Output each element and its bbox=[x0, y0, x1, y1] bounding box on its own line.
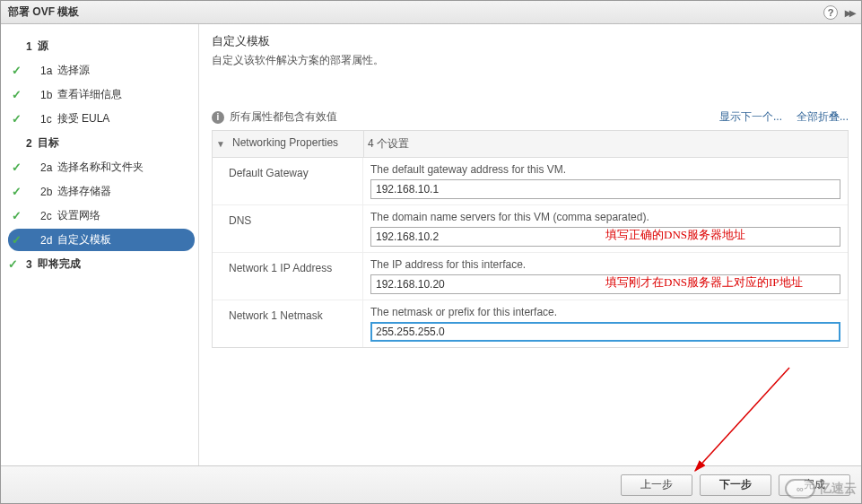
watermark-icon: ∞ bbox=[785, 479, 815, 499]
help-icon[interactable]: ? bbox=[823, 5, 838, 20]
row-netmask: Network 1 Netmask The netmask or prefix … bbox=[213, 300, 848, 347]
desc-ip-address: The IP address for this interface. bbox=[370, 258, 840, 271]
properties-grid: ▼ Networking Properties 4 个设置 Default Ga… bbox=[212, 130, 849, 348]
nav-item-select-name[interactable]: ✓ 2a 选择名称和文件夹 bbox=[8, 156, 195, 178]
info-bar: i 所有属性都包含有效值 显示下一个... 全部折叠... bbox=[212, 109, 849, 125]
check-icon: ✓ bbox=[12, 112, 22, 126]
check-icon: ✓ bbox=[12, 64, 22, 77]
input-netmask[interactable] bbox=[370, 322, 840, 342]
collapse-all-link[interactable]: 全部折叠... bbox=[797, 109, 849, 125]
row-default-gateway: Default Gateway The default gateway addr… bbox=[213, 158, 848, 205]
check-icon: ✓ bbox=[12, 161, 22, 174]
input-default-gateway[interactable] bbox=[370, 179, 840, 199]
nav-item-customize-template[interactable]: ✓ 2d 自定义模板 bbox=[8, 229, 195, 251]
nav-section-destination[interactable]: 2 目标 bbox=[8, 132, 195, 154]
check-icon: ✓ bbox=[12, 185, 22, 198]
desc-dns: The domain name servers for this VM (com… bbox=[370, 211, 840, 223]
caret-down-icon[interactable]: ▼ bbox=[213, 131, 229, 157]
label-dns: DNS bbox=[213, 205, 363, 252]
grid-group-header[interactable]: ▼ Networking Properties 4 个设置 bbox=[213, 131, 848, 158]
content-subtitle: 自定义该软件解决方案的部署属性。 bbox=[212, 53, 849, 68]
check-icon: ✓ bbox=[12, 88, 22, 101]
content-panel: 自定义模板 自定义该软件解决方案的部署属性。 i 所有属性都包含有效值 显示下一… bbox=[198, 24, 861, 465]
show-next-link[interactable]: 显示下一个... bbox=[719, 109, 782, 125]
content-title: 自定义模板 bbox=[212, 33, 849, 49]
nav-section-source[interactable]: 1 源 bbox=[8, 35, 195, 57]
back-button[interactable]: 上一步 bbox=[621, 474, 692, 496]
next-button[interactable]: 下一步 bbox=[700, 474, 771, 496]
label-default-gateway: Default Gateway bbox=[213, 158, 363, 204]
wizard-sidebar: 1 源 ✓ 1a 选择源 ✓ 1b 查看详细信息 ✓ 1c 接受 EULA 2 … bbox=[1, 24, 198, 465]
label-ip-address: Network 1 IP Address bbox=[213, 253, 363, 300]
nav-item-select-source[interactable]: ✓ 1a 选择源 bbox=[8, 59, 195, 82]
input-ip-address[interactable] bbox=[370, 274, 840, 294]
footer-bar: 上一步 下一步 完成 bbox=[1, 465, 861, 503]
input-dns[interactable] bbox=[370, 227, 840, 247]
group-count: 4 个设置 bbox=[363, 131, 848, 157]
expand-icon[interactable]: ▸▸ bbox=[845, 5, 854, 20]
row-dns: DNS The domain name servers for this VM … bbox=[213, 205, 848, 253]
nav-item-review-details[interactable]: ✓ 1b 查看详细信息 bbox=[8, 83, 195, 106]
watermark: ∞ 亿速云 bbox=[785, 479, 857, 499]
desc-netmask: The netmask or prefix for this interface… bbox=[370, 306, 840, 318]
row-ip-address: Network 1 IP Address The IP address for … bbox=[213, 253, 848, 300]
window-title: 部署 OVF 模板 bbox=[8, 4, 79, 20]
titlebar: 部署 OVF 模板 ? ▸▸ bbox=[1, 1, 861, 24]
group-name: Networking Properties bbox=[229, 131, 363, 157]
check-icon: ✓ bbox=[12, 209, 22, 222]
watermark-text: 亿速云 bbox=[819, 481, 857, 497]
nav-section-ready[interactable]: ✓ 3 即将完成 bbox=[8, 253, 195, 275]
check-icon: ✓ bbox=[8, 257, 18, 271]
nav-item-setup-network[interactable]: ✓ 2c 设置网络 bbox=[8, 204, 195, 227]
info-message: 所有属性都包含有效值 bbox=[230, 109, 705, 125]
desc-default-gateway: The default gateway address for this VM. bbox=[370, 163, 840, 176]
check-icon: ✓ bbox=[12, 233, 22, 247]
info-icon: i bbox=[212, 111, 224, 124]
nav-item-accept-eula[interactable]: ✓ 1c 接受 EULA bbox=[8, 108, 195, 130]
label-netmask: Network 1 Netmask bbox=[213, 300, 363, 347]
nav-item-select-storage[interactable]: ✓ 2b 选择存储器 bbox=[8, 180, 195, 203]
